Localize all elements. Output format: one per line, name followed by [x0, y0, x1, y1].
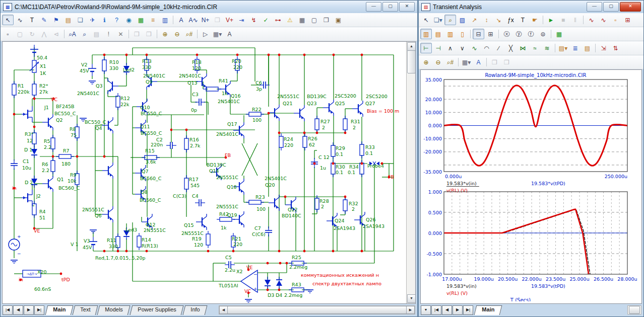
schematic-vscrollbar[interactable]: ▲ ▼: [406, 42, 415, 303]
tab-nav-button[interactable]: |◀: [431, 305, 441, 315]
tab-text[interactable]: Text: [73, 305, 98, 315]
x-scale-button[interactable]: ⓧ: [501, 29, 512, 39]
analysis-limits-button[interactable]: ∿: [586, 15, 597, 25]
cursor-global-button[interactable]: ╳: [505, 43, 517, 53]
page-edit-button[interactable]: ▥: [159, 15, 171, 25]
select-tool-button[interactable]: ↖: [2, 15, 14, 25]
cursor-next-button[interactable]: ⊣: [432, 43, 444, 53]
tab-nav-button[interactable]: ▶|: [34, 305, 44, 315]
close-button[interactable]: ✕: [620, 2, 641, 12]
grid-dropdown-button[interactable]: ▦: [296, 15, 308, 25]
tab-nav-button[interactable]: ◀: [442, 305, 452, 315]
power-values-button[interactable]: ↯: [248, 15, 260, 25]
fx-scale-button[interactable]: ⓕ: [525, 29, 537, 39]
search-scale-button[interactable]: ⊜: [537, 29, 549, 39]
pane-single-button[interactable]: ▯: [457, 29, 468, 39]
node-numbers-button[interactable]: N+: [200, 15, 211, 25]
compass-button[interactable]: ✈: [87, 15, 98, 25]
sheet-check-button[interactable]: ▦: [135, 15, 147, 25]
cancel-circle-button[interactable]: ✕: [115, 29, 126, 39]
cursor-tag-v-button[interactable]: ≋: [541, 43, 553, 53]
schematic-hscrollbar[interactable]: ◀ ▶: [219, 305, 415, 314]
select-tool-button[interactable]: ↖: [420, 15, 432, 25]
new-page-button[interactable]: ▢: [308, 15, 320, 25]
clipboard-dropdown-button[interactable]: ▤▾: [557, 43, 569, 53]
graph-window-button[interactable]: ▨: [457, 15, 468, 25]
tab-nav-button[interactable]: ◀: [13, 305, 23, 315]
warning-button[interactable]: ⚠: [284, 15, 296, 25]
y-scale-button[interactable]: ⓨ: [513, 29, 525, 39]
tab-nav-button[interactable]: ▶: [453, 305, 463, 315]
cursor-valley-button[interactable]: ∨: [457, 43, 468, 53]
web-link-button[interactable]: ◉: [123, 15, 135, 25]
edit-limits-table-button[interactable]: ▦: [553, 29, 565, 39]
clipboard-shapes-dropdown-button[interactable]: ❏▾: [432, 15, 444, 25]
tab-main[interactable]: Main: [45, 305, 74, 315]
cursor-peak-button[interactable]: ∧: [444, 43, 456, 53]
help-button[interactable]: ?: [111, 15, 122, 25]
find-text-button[interactable]: ⌕A: [67, 29, 78, 39]
scale-down-button[interactable]: ↘: [493, 15, 504, 25]
cursor-tag-h-button[interactable]: ≈: [529, 43, 541, 53]
horizontal-line-mode-button[interactable]: ⊟: [473, 29, 484, 39]
zoom-in-button[interactable]: ⊕: [159, 29, 171, 39]
cursor-low-button[interactable]: ◠: [481, 43, 492, 53]
zoom-out-button[interactable]: ⊖: [432, 57, 444, 67]
numeric-output-button[interactable]: ≣: [569, 43, 581, 53]
info-button[interactable]: ℹ: [99, 15, 110, 25]
clipboard-values-button[interactable]: ▤: [582, 43, 593, 53]
cursor-intersect-button[interactable]: ⋈: [517, 43, 529, 53]
close-button[interactable]: ✕: [399, 2, 415, 12]
schematic-titlebar[interactable]: ▦ C:\MC11\DATA\Petrov\Rowland-9\Rowland-…: [1, 1, 417, 13]
cursor-high-button[interactable]: ∿: [469, 43, 480, 53]
scroll-up-icon[interactable]: ▲: [407, 42, 416, 51]
text-mode-button[interactable]: T: [26, 15, 38, 25]
cursor-inflection-button[interactable]: ∕: [493, 43, 504, 53]
zoom-100-button[interactable]: ⌕#: [183, 29, 195, 39]
analysis-hscrollbar[interactable]: [627, 305, 641, 314]
scroll-right-icon[interactable]: ▶: [406, 306, 415, 314]
info-circle-button[interactable]: !: [103, 29, 114, 39]
font-button[interactable]: A: [473, 57, 484, 67]
properties-button[interactable]: ☛: [529, 15, 541, 25]
pin-connections-button[interactable]: ⊶: [272, 15, 284, 25]
plot-area[interactable]: Rowland-9M-simple_10kHz-microdin.CIR35.0…: [420, 69, 642, 304]
tab-power-supplies[interactable]: Power Supplies: [130, 305, 183, 315]
tab-nav-button[interactable]: |◀: [3, 305, 13, 315]
find-grid-text-button[interactable]: A∿: [187, 15, 199, 25]
hscroll-thumb[interactable]: [227, 306, 407, 314]
maximize-button[interactable]: ▢: [603, 2, 619, 12]
schematic-canvas[interactable]: +−→ΔT→−+50.4X11KR1220kR2*27kVCJ1BF245BBC…: [2, 41, 416, 304]
grid-pattern-dropdown-button[interactable]: ▦▾: [461, 57, 472, 67]
clipboard-shapes-button[interactable]: ❏: [75, 15, 86, 25]
node-voltages-button[interactable]: V+: [224, 15, 235, 25]
y-axis-tags-button[interactable]: ⇅: [610, 43, 621, 53]
grid-pattern-dropdown-button[interactable]: ▦▾: [212, 29, 223, 39]
x-axis-tags-button[interactable]: ⇲: [598, 43, 609, 53]
page-flip-button[interactable]: ▷: [200, 29, 211, 39]
panes-split-button[interactable]: ▥: [444, 29, 456, 39]
tab-main[interactable]: Main: [474, 305, 502, 315]
tab-info[interactable]: Info: [183, 305, 208, 315]
tab-nav-button[interactable]: ▶: [24, 305, 34, 315]
flag-mode-button[interactable]: ⚑: [50, 15, 62, 25]
zoom-100-button[interactable]: ⌕#: [444, 57, 456, 67]
scroll-down-icon[interactable]: ▼: [407, 294, 416, 303]
briefcase-button[interactable]: ▣: [333, 15, 344, 25]
find-button[interactable]: ⌕: [79, 29, 90, 39]
panes-vertical-button[interactable]: ▥: [420, 29, 432, 39]
zoom-out-button[interactable]: ⊖: [171, 29, 183, 39]
tab-nav-button[interactable]: ▾: [421, 305, 431, 315]
wire-mode-button[interactable]: ∿: [14, 15, 26, 25]
border-rows-button[interactable]: ≡: [147, 15, 159, 25]
select-region-button[interactable]: ▫: [2, 29, 14, 39]
font-button[interactable]: A: [224, 29, 235, 39]
tracker-cross-button[interactable]: ⊞: [485, 29, 496, 39]
stepping-button[interactable]: ∿: [598, 15, 609, 25]
tab-nav-button[interactable]: ▶|: [463, 305, 473, 315]
zoom-select-button[interactable]: ⌕: [444, 15, 456, 25]
maximize-button[interactable]: ▢: [382, 2, 398, 12]
find-attribute-text-button[interactable]: A: [175, 15, 187, 25]
formula-button[interactable]: ƒx: [505, 15, 517, 25]
select-mode-box-button[interactable]: ▫: [610, 15, 621, 25]
